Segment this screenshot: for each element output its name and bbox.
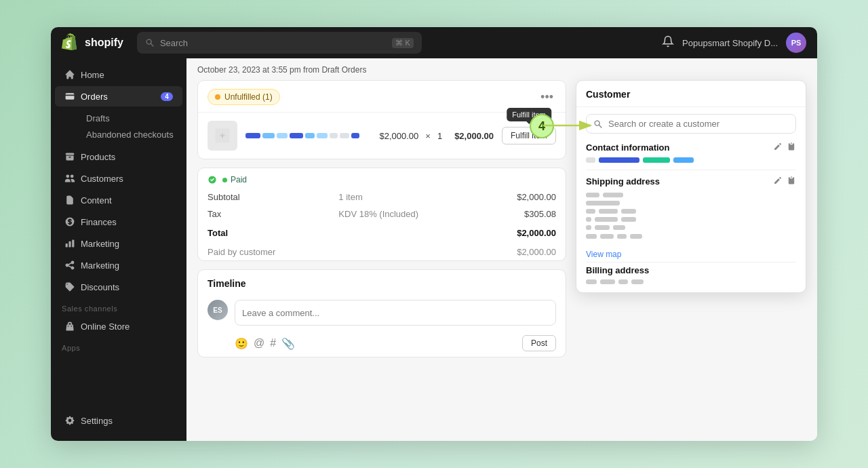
product-total: $2,000.00 (454, 131, 494, 141)
payment-table: Subtotal 1 item $2,000.00 Tax KDV 18% (I… (198, 189, 566, 260)
search-shortcut: ⌘ K (392, 38, 413, 48)
store-name: Popupsmart Shopify D... (682, 38, 778, 48)
post-button[interactable]: Post (522, 335, 556, 351)
tax-amount: $305.08 (478, 206, 566, 222)
contact-edit-button[interactable] (773, 142, 783, 153)
sidebar-item-analytics[interactable]: Marketing (55, 233, 182, 254)
topbar: shopify Search ⌘ K Popupsmart Shopify D.… (51, 27, 817, 58)
sidebar-item-abandoned[interactable]: Abandoned checkouts (79, 127, 182, 142)
customer-dropdown: Customer Contact information (576, 80, 806, 293)
tax-label: Tax (198, 206, 329, 222)
shipping-copy-button[interactable] (787, 176, 796, 187)
sidebar-label-drafts: Drafts (86, 113, 110, 123)
timeline-card: Timeline ES 🙂 @ # 📎 Post (197, 269, 566, 357)
comment-input[interactable] (235, 300, 556, 326)
main-content: October 23, 2023 at 3:55 pm from Draft O… (186, 58, 817, 441)
sidebar-label-abandoned: Abandoned checkouts (86, 130, 174, 140)
fulfillment-card: Unfulfilled (1) ••• (197, 80, 566, 159)
customer-search-icon (593, 119, 603, 129)
sidebar-item-finances[interactable]: Finances (55, 212, 182, 232)
paid-icon (208, 175, 217, 184)
subtotal-qty: 1 item (329, 189, 477, 206)
sidebar-label-discounts: Discounts (81, 282, 119, 292)
contact-info-section: Contact information (576, 142, 806, 170)
emoji-icon[interactable]: 🙂 (235, 337, 248, 350)
sidebar-label-settings: Settings (81, 416, 113, 426)
products-icon (64, 151, 75, 162)
finances-icon (64, 216, 75, 227)
notification-icon[interactable] (662, 35, 674, 50)
billing-address-label: Billing address (586, 265, 649, 275)
sidebar-label-online-store: Online Store (81, 321, 130, 332)
orders-icon (64, 91, 75, 102)
apps-label: Apps (51, 337, 186, 355)
fulfillment-badge: Unfulfilled (1) (208, 89, 280, 105)
shipping-edit-icon (773, 176, 783, 185)
subtotal-row: Subtotal 1 item $2,000.00 (198, 189, 566, 206)
commenter-avatar: ES (208, 300, 228, 320)
discounts-icon (64, 281, 75, 292)
sidebar: Home Orders 4 Drafts Abandoned checkouts (51, 58, 186, 441)
shipping-address-section: Shipping address (576, 176, 806, 246)
fulfillment-menu-button[interactable]: ••• (538, 90, 556, 104)
sidebar-label-products: Products (81, 152, 115, 162)
copy-icon (787, 142, 796, 151)
contact-info-label: Contact information (586, 142, 670, 153)
payment-status: Paid (222, 175, 247, 184)
user-avatar[interactable]: PS (786, 33, 806, 53)
paid-label: Paid by customer (198, 241, 329, 260)
payment-card: Paid Subtotal 1 item $2,000.00 Tax KDV 1… (197, 168, 566, 261)
hashtag-icon[interactable]: # (270, 337, 276, 349)
product-price: $2,000.00 (379, 131, 418, 141)
search-bar[interactable]: Search ⌘ K (137, 32, 422, 54)
sidebar-label-customers: Customers (81, 174, 123, 184)
contact-edit-icon (773, 142, 783, 151)
fulfillment-status: Unfulfilled (1) (224, 92, 273, 102)
mention-icon[interactable]: @ (254, 337, 264, 349)
total-label: Total (198, 222, 329, 241)
view-map-link[interactable]: View map (576, 250, 806, 262)
sidebar-item-customers[interactable]: Customers (55, 168, 182, 189)
attachment-icon[interactable]: 📎 (281, 337, 295, 350)
billing-address-bars (586, 279, 796, 284)
customer-search-input[interactable] (608, 119, 789, 129)
sidebar-item-settings[interactable]: Settings (55, 410, 182, 431)
sidebar-label-analytics: Marketing (81, 239, 119, 249)
logo-text: shopify (85, 37, 123, 49)
contact-copy-button[interactable] (787, 142, 796, 153)
customer-dropdown-header: Customer (576, 81, 806, 107)
content-icon (64, 195, 75, 206)
paid-amount: $2,000.00 (478, 241, 566, 260)
sidebar-item-marketing[interactable]: Marketing (55, 255, 182, 275)
product-multiplier: × (425, 131, 431, 141)
subtotal-amount: $2,000.00 (478, 189, 566, 206)
sidebar-item-online-store[interactable]: Online Store (55, 316, 182, 336)
analytics-icon (64, 238, 75, 249)
home-icon (64, 69, 75, 80)
sidebar-item-content[interactable]: Content (55, 190, 182, 210)
sidebar-label-marketing: Marketing (81, 260, 119, 271)
price-info: $2,000.00 × 1 $2,000.00 (379, 131, 494, 141)
total-row: Total $2,000.00 (198, 222, 566, 241)
contact-info-bars (586, 157, 796, 163)
comment-area: ES (198, 294, 566, 332)
sidebar-item-discounts[interactable]: Discounts (55, 277, 182, 297)
sidebar-item-orders[interactable]: Orders 4 (55, 86, 182, 106)
tax-detail: KDV 18% (Included) (329, 206, 477, 222)
tax-row: Tax KDV 18% (Included) $305.08 (198, 206, 566, 222)
customers-icon (64, 173, 75, 184)
comment-footer: 🙂 @ # 📎 Post (198, 332, 566, 357)
sidebar-label-finances: Finances (81, 217, 117, 227)
sidebar-item-drafts[interactable]: Drafts (79, 111, 182, 126)
timeline-label: Timeline (198, 270, 566, 294)
customer-panel-title: Customer (586, 89, 630, 100)
shipping-edit-button[interactable] (773, 176, 783, 187)
orders-badge: 4 (161, 92, 173, 101)
topbar-right: Popupsmart Shopify D... PS (662, 33, 806, 53)
customer-search-wrapper[interactable] (586, 114, 796, 134)
sidebar-item-products[interactable]: Products (55, 147, 182, 167)
sales-channels-label: Sales channels (51, 298, 186, 315)
order-date: October 23, 2023 at 3:55 pm from Draft O… (197, 58, 806, 80)
product-qty: 1 (437, 131, 442, 141)
sidebar-item-home[interactable]: Home (55, 64, 182, 85)
